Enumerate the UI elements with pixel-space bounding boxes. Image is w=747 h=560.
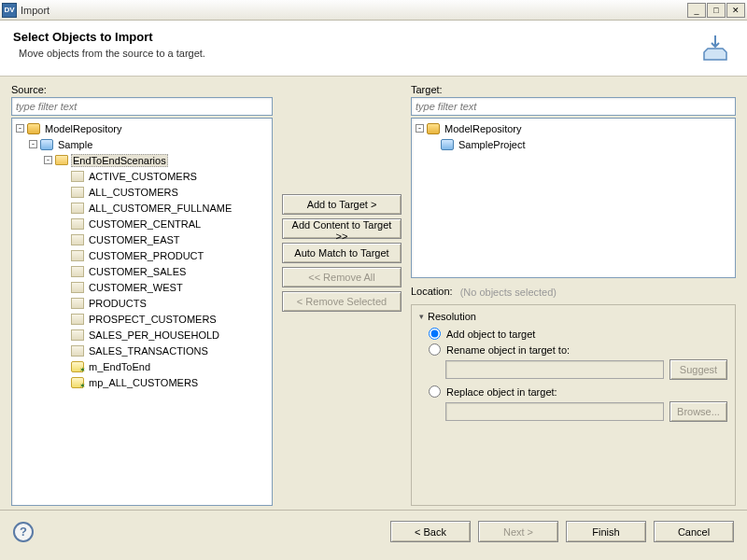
tree-label: CUSTOMER_SALES <box>87 266 188 277</box>
source-filter-input[interactable] <box>11 97 273 116</box>
tree-node-mapping[interactable]: m_EndToEnd <box>14 358 270 374</box>
tree-node-project[interactable]: SampleProject <box>414 136 733 152</box>
target-label: Target: <box>411 84 736 95</box>
radio-replace-object-label: Replace object in target: <box>446 386 557 398</box>
tree-label: CUSTOMER_CENTRAL <box>87 218 203 230</box>
tree-node-item[interactable]: ALL_CUSTOMER_FULLNAME <box>14 200 270 216</box>
location-label: Location: <box>411 286 453 297</box>
tree-node-item[interactable]: CUSTOMER_CENTRAL <box>14 216 270 231</box>
tree-label: ModelRepository <box>443 123 524 134</box>
tree-label: CUSTOMER_EAST <box>87 234 182 245</box>
radio-add-object-label: Add object to target <box>446 329 535 340</box>
tree-node-item[interactable]: CUSTOMER_EAST <box>14 231 270 247</box>
tree-node-repo[interactable]: - ModelRepository <box>414 120 733 136</box>
back-button[interactable]: < Back <box>390 521 471 542</box>
data-object-icon <box>71 266 84 277</box>
window-title: Import <box>21 5 686 16</box>
finish-button[interactable]: Finish <box>566 521 646 542</box>
minimize-button[interactable]: _ <box>687 3 706 18</box>
data-object-icon <box>71 250 84 261</box>
tree-node-item[interactable]: CUSTOMER_PRODUCT <box>14 247 270 263</box>
tree-node-item[interactable]: ALL_CUSTOMERS <box>14 184 270 200</box>
wizard-footer: ? < Back Next > Finish Cancel <box>0 510 747 553</box>
page-subtitle: Move objects from the source to a target… <box>19 48 697 59</box>
tree-node-mapping[interactable]: mp_ALL_CUSTOMERS <box>14 374 270 390</box>
project-icon <box>40 139 53 150</box>
auto-match-button[interactable]: Auto Match to Target <box>282 243 402 263</box>
tree-node-item[interactable]: SALES_PER_HOUSEHOLD <box>14 327 270 343</box>
titlebar: DV Import _ □ ✕ <box>0 0 747 21</box>
tree-label: CUSTOMER_PRODUCT <box>87 250 205 261</box>
next-button: Next > <box>478 521 558 542</box>
add-to-target-button[interactable]: Add to Target > <box>282 194 402 215</box>
maximize-button[interactable]: □ <box>707 3 726 18</box>
tree-node-folder[interactable]: - EndToEndScenarios <box>14 152 270 168</box>
add-content-to-target-button[interactable]: Add Content to Target >> <box>282 218 402 239</box>
data-object-icon <box>71 314 84 325</box>
tree-label: SALES_TRANSACTIONS <box>87 345 210 357</box>
tree-label: ALL_CUSTOMER_FULLNAME <box>87 203 233 214</box>
tree-label: SALES_PER_HOUSEHOLD <box>87 329 221 341</box>
location-value: (No objects selected) <box>460 287 557 298</box>
tree-node-project[interactable]: - Sample <box>14 136 270 152</box>
help-icon[interactable]: ? <box>13 522 34 542</box>
expander-icon[interactable]: - <box>29 140 37 148</box>
radio-rename-object-label: Rename object in target to: <box>446 344 570 356</box>
tree-label: CUSTOMER_WEST <box>87 282 185 293</box>
cancel-button[interactable]: Cancel <box>654 521 734 542</box>
close-button[interactable]: ✕ <box>726 3 745 18</box>
tree-label: Sample <box>56 139 94 150</box>
mapping-icon <box>71 361 84 372</box>
import-icon <box>697 30 734 67</box>
tree-node-item[interactable]: SALES_TRANSACTIONS <box>14 343 270 358</box>
tree-node-item[interactable]: PROSPECT_CUSTOMERS <box>14 311 270 327</box>
data-object-icon <box>71 282 84 293</box>
repository-icon <box>27 123 40 134</box>
source-tree[interactable]: - ModelRepository - Sample - EndToEndSce… <box>11 118 273 506</box>
resolution-group: ▾ Resolution Add object to target Rename… <box>411 304 736 506</box>
expander-icon[interactable]: - <box>16 124 24 133</box>
data-object-icon <box>71 218 84 230</box>
tree-label: SampleProject <box>457 139 528 150</box>
tree-node-item[interactable]: CUSTOMER_WEST <box>14 279 270 295</box>
expander-icon[interactable]: - <box>44 156 52 164</box>
expander-icon[interactable]: - <box>416 124 424 133</box>
target-filter-input[interactable] <box>411 97 736 116</box>
rename-input <box>445 360 664 379</box>
data-object-icon <box>71 187 84 198</box>
replace-input <box>445 402 664 421</box>
browse-button: Browse... <box>669 401 727 422</box>
tree-label: mp_ALL_CUSTOMERS <box>87 377 200 388</box>
radio-add-object[interactable] <box>429 328 441 340</box>
tree-node-item[interactable]: CUSTOMER_SALES <box>14 263 270 279</box>
radio-rename-object[interactable] <box>429 343 441 356</box>
folder-icon <box>55 155 68 165</box>
tree-node-item[interactable]: ACTIVE_CUSTOMERS <box>14 168 270 184</box>
tree-label: EndToEndScenarios <box>71 154 168 167</box>
data-object-icon <box>71 298 84 309</box>
radio-replace-object[interactable] <box>429 385 441 398</box>
repository-icon <box>427 123 440 134</box>
tree-node-item[interactable]: PRODUCTS <box>14 295 270 311</box>
collapse-icon[interactable]: ▾ <box>419 312 424 321</box>
data-object-icon <box>71 171 84 182</box>
app-icon: DV <box>2 3 17 18</box>
mapping-icon <box>71 377 84 388</box>
tree-label: PRODUCTS <box>87 298 148 309</box>
project-icon <box>441 139 454 150</box>
target-tree[interactable]: - ModelRepository SampleProject <box>411 118 736 278</box>
remove-all-button: << Remove All <box>282 267 402 287</box>
data-object-icon <box>71 329 84 341</box>
resolution-group-label: Resolution <box>428 311 476 322</box>
source-label: Source: <box>11 84 273 95</box>
suggest-button: Suggest <box>669 359 727 380</box>
data-object-icon <box>71 203 84 214</box>
tree-label: PROSPECT_CUSTOMERS <box>87 314 218 325</box>
tree-label: m_EndToEnd <box>87 361 152 372</box>
wizard-header: Select Objects to Import Move objects fr… <box>0 21 747 77</box>
remove-selected-button: < Remove Selected <box>282 291 402 312</box>
data-object-icon <box>71 234 84 245</box>
tree-label: ModelRepository <box>43 123 124 134</box>
tree-node-repo[interactable]: - ModelRepository <box>14 120 270 136</box>
tree-label: ALL_CUSTOMERS <box>87 187 180 198</box>
